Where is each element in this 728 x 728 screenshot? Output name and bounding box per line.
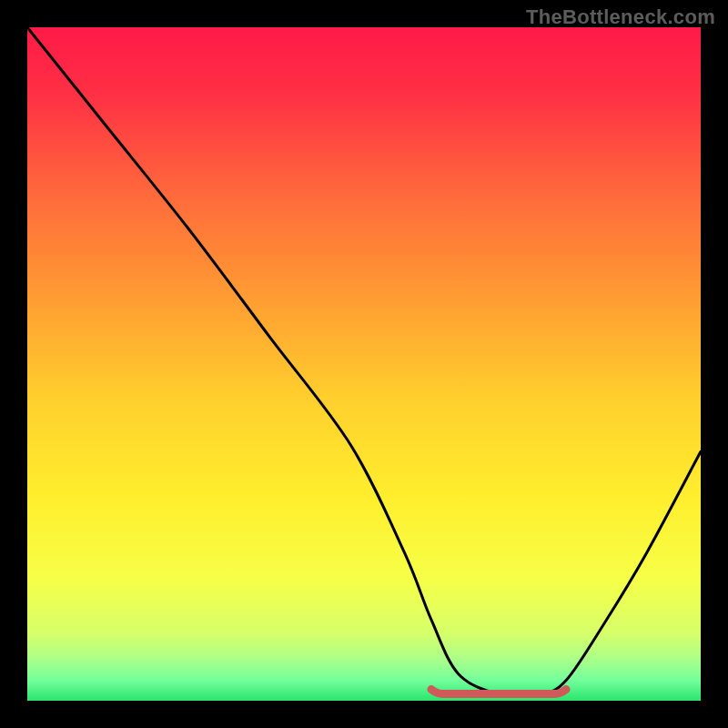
chart-frame: TheBottleneck.com [0, 0, 728, 728]
gradient-background [27, 27, 701, 701]
bottleneck-chart [27, 27, 701, 701]
watermark-text: TheBottleneck.com [526, 5, 715, 29]
optimal-range-highlight [431, 690, 566, 694]
